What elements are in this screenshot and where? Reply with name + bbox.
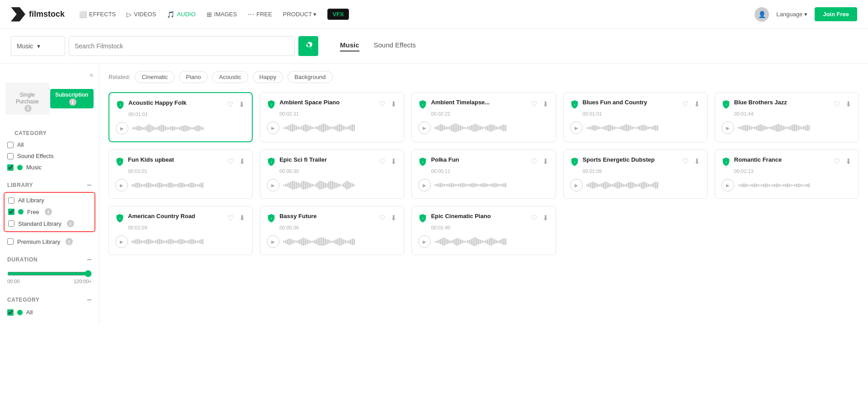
free-info-icon[interactable]: ℹ <box>45 208 52 215</box>
wave-bar <box>760 124 761 131</box>
favorite-button[interactable]: ♡ <box>530 99 538 109</box>
favorite-button[interactable]: ♡ <box>226 213 235 223</box>
tab-music[interactable]: Music <box>340 41 359 51</box>
download-button[interactable]: ⬇ <box>238 99 245 110</box>
favorite-button[interactable]: ♡ <box>833 99 841 109</box>
wave-bar <box>635 127 637 129</box>
download-button[interactable]: ⬇ <box>542 213 549 223</box>
download-button[interactable]: ⬇ <box>390 99 397 109</box>
library-section-header: LIBRARY − <box>0 177 99 192</box>
standard-library-info-icon[interactable]: ℹ <box>67 220 74 227</box>
download-button[interactable]: ⬇ <box>542 99 549 109</box>
play-button[interactable]: ▶ <box>267 121 279 134</box>
category-collapse-button[interactable]: − <box>87 296 92 304</box>
favorite-button[interactable]: ♡ <box>681 156 689 167</box>
wave-bar <box>310 241 311 243</box>
play-button[interactable]: ▶ <box>418 179 431 191</box>
wave-bar <box>476 238 477 245</box>
filter-standard-library-checkbox[interactable] <box>8 220 14 227</box>
duration-collapse-button[interactable]: − <box>87 256 92 264</box>
language-button[interactable]: Language ▾ <box>776 11 807 18</box>
duration-slider[interactable] <box>7 270 92 277</box>
play-button[interactable]: ▶ <box>722 179 734 191</box>
download-button[interactable]: ⬇ <box>238 156 246 167</box>
filter-all-checkbox[interactable] <box>7 142 14 148</box>
filter-music-checkbox[interactable] <box>7 164 14 171</box>
nav-videos[interactable]: ▷ VIDEOS <box>127 11 156 18</box>
download-button[interactable]: ⬇ <box>844 156 852 167</box>
filter-free[interactable]: Free ℹ <box>8 206 91 218</box>
download-button[interactable]: ⬇ <box>844 99 852 109</box>
nav-images[interactable]: ⊞ IMAGES <box>207 11 237 18</box>
filter-all-category[interactable]: All <box>0 307 99 318</box>
library-collapse-button[interactable]: − <box>87 181 92 189</box>
favorite-button[interactable]: ♡ <box>378 156 386 167</box>
nav-audio[interactable]: 🎵 AUDIO <box>167 11 195 18</box>
sidebar-collapse-button[interactable]: « <box>0 71 99 83</box>
wave-bar <box>159 239 160 244</box>
single-purchase-info-icon[interactable]: ℹ <box>24 105 32 112</box>
premium-library-info-icon[interactable]: ℹ <box>66 238 73 245</box>
avatar[interactable]: 👤 <box>755 7 769 22</box>
filter-sound-effects-checkbox[interactable] <box>7 153 14 159</box>
filter-all-library-checkbox[interactable] <box>8 197 14 204</box>
filter-music[interactable]: Music <box>7 162 92 173</box>
favorite-button[interactable]: ♡ <box>530 213 538 223</box>
vfx-badge[interactable]: VFX <box>327 9 349 20</box>
play-button[interactable]: ▶ <box>115 179 128 191</box>
tag-acoustic[interactable]: Acoustic <box>212 71 248 83</box>
filter-free-checkbox[interactable] <box>8 209 14 215</box>
filter-all-category-checkbox[interactable] <box>7 309 14 316</box>
nav-effects[interactable]: ⬜ EFFECTS <box>79 11 116 18</box>
nav-free[interactable]: ⋯ FREE <box>248 11 272 18</box>
play-button[interactable]: ▶ <box>570 179 583 191</box>
tab-sound-effects[interactable]: Sound Effects <box>374 41 416 51</box>
play-button[interactable]: ▶ <box>267 235 279 248</box>
search-input[interactable] <box>75 42 289 50</box>
favorite-button[interactable]: ♡ <box>378 213 386 223</box>
tag-background[interactable]: Background <box>288 71 332 83</box>
search-button[interactable] <box>298 36 318 56</box>
tag-cinematic[interactable]: Cinematic <box>135 71 175 83</box>
join-free-button[interactable]: Join Free <box>815 7 857 21</box>
play-button[interactable]: ▶ <box>418 121 431 134</box>
play-button[interactable]: ▶ <box>570 121 583 134</box>
tag-piano[interactable]: Piano <box>179 71 208 83</box>
wave-bar <box>287 126 288 130</box>
tag-happy[interactable]: Happy <box>253 71 283 83</box>
play-button[interactable]: ▶ <box>722 121 734 134</box>
wave-bar <box>462 183 463 187</box>
wave-bar <box>451 125 452 131</box>
favorite-button[interactable]: ♡ <box>378 99 386 109</box>
favorite-button[interactable]: ♡ <box>226 156 235 167</box>
wave-bar <box>328 182 330 189</box>
favorite-button[interactable]: ♡ <box>530 156 538 167</box>
download-button[interactable]: ⬇ <box>390 213 397 223</box>
nav-product[interactable]: PRODUCT ▾ <box>283 11 317 18</box>
download-button[interactable]: ⬇ <box>693 156 701 167</box>
filter-all[interactable]: All <box>7 139 92 150</box>
play-button[interactable]: ▶ <box>116 122 128 135</box>
filter-premium-library[interactable]: Premium Library ℹ <box>0 236 99 247</box>
subscription-button[interactable]: Subscription ℹ <box>50 89 94 109</box>
play-button[interactable]: ▶ <box>418 235 431 248</box>
favorite-button[interactable]: ♡ <box>833 156 841 167</box>
download-button[interactable]: ⬇ <box>238 213 246 223</box>
favorite-button[interactable]: ♡ <box>681 99 689 109</box>
category-dropdown[interactable]: Music ▾ <box>11 36 65 56</box>
logo[interactable]: filmstock <box>11 7 65 22</box>
wave-bar <box>191 239 193 244</box>
play-button[interactable]: ▶ <box>115 235 128 248</box>
download-button[interactable]: ⬇ <box>390 156 397 167</box>
music-card: ♪ Sports Energetic Dubstep ♡ ⬇ 00:01:09 … <box>563 149 708 199</box>
filter-standard-library[interactable]: Standard Library ℹ <box>8 218 91 229</box>
favorite-button[interactable]: ♡ <box>226 99 234 110</box>
play-button[interactable]: ▶ <box>267 179 279 191</box>
filter-premium-library-checkbox[interactable] <box>7 238 14 245</box>
filter-all-library[interactable]: All Library <box>8 195 91 206</box>
download-button[interactable]: ⬇ <box>542 156 549 167</box>
subscription-info-icon[interactable]: ℹ <box>69 98 76 106</box>
single-purchase-button[interactable]: Single Purchase ℹ <box>5 83 49 115</box>
download-button[interactable]: ⬇ <box>693 99 701 109</box>
filter-sound-effects[interactable]: Sound Effects <box>7 150 92 162</box>
